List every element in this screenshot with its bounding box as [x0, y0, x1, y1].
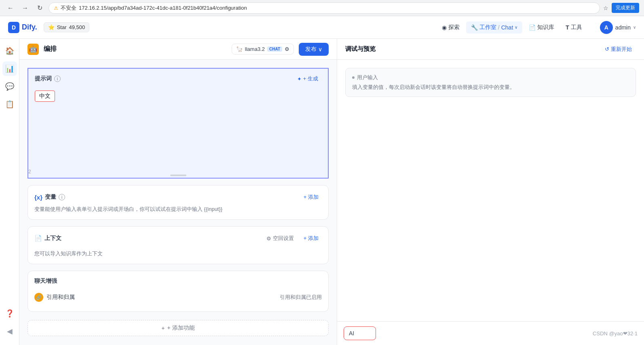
- variable-add-button[interactable]: + 添加: [300, 192, 322, 202]
- user-input-label: 用户输入: [352, 74, 629, 81]
- nav-knowledge[interactable]: 📄 知识库: [524, 21, 559, 34]
- explore-label: 探索: [448, 24, 460, 31]
- prompt-content[interactable]: 中文: [35, 90, 321, 171]
- prompt-label: 提示词: [35, 75, 52, 82]
- prompt-section-header: 提示词 i ✦ + 生成: [28, 69, 328, 89]
- user-input-note: 用户输入 填入变量的值，每次启动新会话时该变量将自动替换提示词中的变量。: [345, 68, 636, 97]
- line-number: 2: [28, 169, 31, 175]
- publish-label: 发布: [305, 46, 317, 53]
- chat-label: Chat: [501, 24, 513, 31]
- prompt-textarea-wrapper[interactable]: 中文 2: [28, 89, 328, 178]
- nav-workspace[interactable]: 🔧 工作室 / Chat ∨: [466, 21, 522, 34]
- sidebar-item-chat[interactable]: 💬: [2, 79, 17, 94]
- editor-header: 🤖 编排 🦙 llama3.2 CHAT ⚙ 发布 ∨: [19, 39, 337, 60]
- variable-section-title: {x} 变量 i: [34, 194, 65, 201]
- prompt-info-icon[interactable]: i: [54, 76, 61, 82]
- editor-title: 编排: [44, 45, 57, 53]
- context-section: 📄 上下文 ⚙ 空回设置 + 添加: [27, 226, 329, 264]
- generate-label: + 生成: [303, 75, 318, 82]
- enhancement-title: 聊天增强: [34, 278, 322, 285]
- sidebar-item-home[interactable]: 🏠: [2, 44, 17, 58]
- context-add-label: + 添加: [304, 235, 319, 242]
- context-section-header: 📄 上下文 ⚙ 空回设置 + 添加: [34, 233, 322, 247]
- prompt-section-title: 提示词 i: [35, 75, 61, 82]
- context-label: 上下文: [44, 235, 61, 242]
- sidebar-item-dashboard[interactable]: 📊: [2, 61, 17, 76]
- restart-button[interactable]: ↺ 重新开始: [601, 44, 636, 55]
- tools-label: 工具: [571, 24, 582, 31]
- tools-icon: T: [566, 24, 569, 31]
- user-name[interactable]: admin: [615, 24, 631, 31]
- chinese-variable-tag[interactable]: 中文: [35, 90, 55, 102]
- context-add-button[interactable]: + 添加: [300, 233, 322, 244]
- chat-enhancement-section: 聊天增强 🔗 引用和归属 引用和归属已启用: [27, 271, 329, 312]
- sidebar-collapse-button[interactable]: ◀: [2, 324, 17, 339]
- bookmark-icon[interactable]: ☆: [603, 5, 608, 11]
- variable-section: {x} 变量 i + 添加 变量能使用户输入表单引入提示词或开场白，你可以试试在…: [27, 185, 329, 220]
- chat-type-badge: CHAT: [267, 46, 282, 52]
- attribution-item: 🔗 引用和归属 引用和归属已启用: [34, 290, 322, 305]
- context-icon: 📄: [34, 235, 42, 242]
- user-chevron-icon: ∨: [633, 25, 636, 29]
- user-input-title: 用户输入: [357, 74, 378, 81]
- model-settings-icon: ⚙: [285, 46, 289, 52]
- add-function-button[interactable]: + + 添加功能: [27, 320, 329, 336]
- knowledge-icon: 📄: [529, 24, 536, 31]
- context-settings-button[interactable]: ⚙ 空回设置: [263, 233, 297, 244]
- editor-panel: 🤖 编排 🦙 llama3.2 CHAT ⚙ 发布 ∨: [19, 39, 337, 345]
- model-name: llama3.2: [245, 46, 265, 52]
- logo-text: Dify.: [22, 23, 37, 32]
- preview-header: 调试与预览 ↺ 重新开始: [337, 39, 644, 60]
- context-description: 您可以导入知识库作为上下文: [34, 250, 322, 257]
- context-settings-label: 空回设置: [273, 235, 294, 242]
- generate-icon: ✦: [297, 76, 302, 82]
- add-function-icon: +: [161, 325, 165, 331]
- variable-section-header: {x} 变量 i + 添加: [34, 192, 322, 202]
- add-function-label: + 添加功能: [167, 324, 195, 332]
- nav-tools[interactable]: T 工具: [561, 21, 587, 34]
- context-section-title: 📄 上下文: [34, 235, 61, 242]
- nav-explore[interactable]: ◉ 探索: [437, 21, 465, 34]
- browser-bar: ← → ↻ ⚠ 不安全 172.16.2.15/app/bd7a34ad-172…: [0, 0, 644, 16]
- github-star-button[interactable]: ⭐ Star 49,500: [44, 22, 90, 32]
- variable-description: 变量能使用户输入表单引入提示词或开场白，你可以试试在提示词中输入 {{input…: [34, 206, 322, 213]
- ai-input-box[interactable]: AI: [344, 326, 376, 340]
- dot-icon: [352, 76, 355, 79]
- publish-button[interactable]: 发布 ∨: [299, 43, 329, 56]
- user-input-description: 填入变量的值，每次启动新会话时该变量将自动替换提示词中的变量。: [352, 84, 629, 91]
- knowledge-label: 知识库: [537, 24, 554, 31]
- nav-links: ◉ 探索 🔧 工作室 / Chat ∨ 📄 知识库 T 工具: [437, 21, 587, 34]
- model-badge[interactable]: 🦙 llama3.2 CHAT ⚙: [232, 44, 294, 55]
- sidebar-item-help[interactable]: ❓: [2, 306, 17, 321]
- watermark: CSDN @yao❤32·1: [593, 330, 638, 337]
- variable-info-icon[interactable]: i: [59, 194, 65, 200]
- reload-button[interactable]: ↻: [34, 2, 45, 14]
- explore-icon: ◉: [442, 24, 447, 31]
- update-button[interactable]: 完成更新: [612, 3, 639, 13]
- workspace-icon: 🔧: [471, 24, 478, 31]
- attribution-status: 引用和归属已启用: [280, 294, 322, 301]
- sidebar-item-list[interactable]: 📋: [2, 97, 17, 111]
- content-area: 🤖 编排 🦙 llama3.2 CHAT ⚙ 发布 ∨: [19, 39, 644, 345]
- address-bar[interactable]: ⚠ 不安全 172.16.2.15/app/bd7a34ad-172c-41dc…: [49, 2, 600, 14]
- variable-add-label: + 添加: [304, 194, 319, 201]
- forward-button[interactable]: →: [19, 2, 31, 14]
- github-star-label: Star: [57, 24, 67, 30]
- context-settings-icon: ⚙: [266, 236, 271, 242]
- app-nav: D Dify. ⭐ Star 49,500 ◉ 探索 🔧 工作室 / Chat …: [0, 16, 644, 39]
- workspace-label: 工作室: [479, 24, 496, 31]
- user-avatar[interactable]: A: [600, 21, 613, 34]
- prompt-actions: ✦ + 生成: [294, 74, 321, 84]
- publish-chevron-icon: ∨: [318, 46, 322, 53]
- resize-handle[interactable]: [170, 175, 186, 176]
- restart-icon: ↺: [605, 46, 609, 52]
- back-button[interactable]: ←: [5, 2, 16, 14]
- sidebar-icons: 🏠 📊 💬 📋 ❓ ◀: [0, 39, 19, 345]
- variable-label: 变量: [45, 194, 56, 201]
- app-logo: D Dify.: [8, 22, 37, 33]
- attribution-label: 引用和归属: [46, 294, 75, 301]
- preview-panel: 调试与预览 ↺ 重新开始 用户输入 填入变量的值，每次启动新会话时该变量将自动替…: [337, 39, 644, 345]
- generate-button[interactable]: ✦ + 生成: [294, 74, 321, 84]
- restart-label: 重新开始: [611, 46, 632, 53]
- variable-icon: {x}: [34, 194, 42, 201]
